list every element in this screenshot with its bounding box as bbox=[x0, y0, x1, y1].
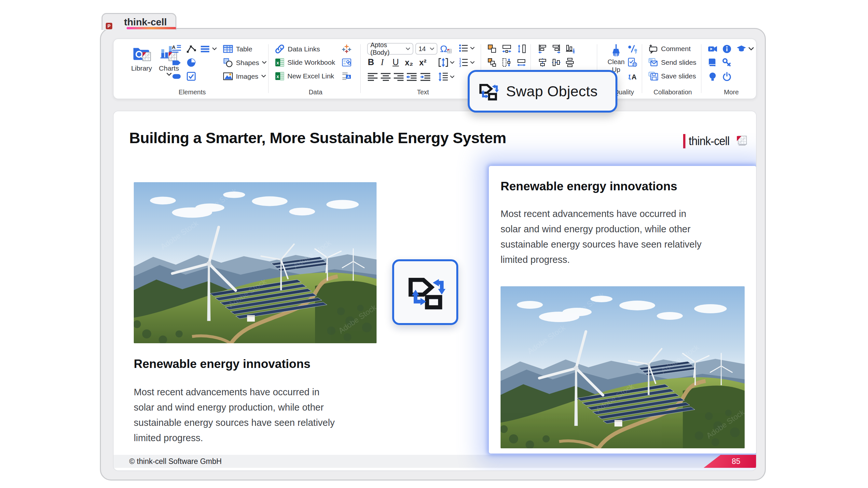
numbered-list-button[interactable]: 123 bbox=[458, 57, 474, 68]
superscript-button[interactable]: x² bbox=[419, 58, 426, 67]
ribbon-group-more: More bbox=[707, 43, 756, 97]
lines-menu-button[interactable] bbox=[200, 44, 217, 54]
align-center-button[interactable] bbox=[380, 72, 391, 82]
freeform-pen-button[interactable] bbox=[186, 44, 196, 54]
text-fields-button[interactable]: A bbox=[342, 71, 351, 81]
decrease-indent-button[interactable] bbox=[406, 72, 417, 82]
right-energy-image[interactable] bbox=[501, 286, 745, 448]
align-objects-left-button[interactable] bbox=[538, 44, 548, 54]
table-icon bbox=[223, 44, 233, 54]
checkbox-button[interactable] bbox=[186, 71, 196, 82]
left-energy-image[interactable] bbox=[134, 182, 377, 343]
same-height-button[interactable] bbox=[517, 44, 526, 54]
bullet-list-button[interactable] bbox=[458, 43, 474, 53]
align-objects-center-button[interactable] bbox=[538, 58, 548, 67]
text-frame-spacing-button[interactable] bbox=[438, 57, 454, 68]
tableau-links-button[interactable] bbox=[342, 44, 351, 54]
rounded-rect-button[interactable] bbox=[172, 71, 182, 82]
shapes-icon bbox=[223, 58, 233, 68]
shapes-button[interactable]: Shapes bbox=[223, 58, 267, 68]
images-button[interactable]: Images bbox=[223, 71, 266, 82]
images-chevron-icon bbox=[261, 75, 266, 78]
slide-title[interactable]: Building a Smarter, More Sustainable Ene… bbox=[129, 129, 506, 147]
data-links-button[interactable]: Data Links bbox=[275, 44, 320, 54]
shapes-chevron-icon bbox=[262, 61, 267, 64]
thinkcell-tab[interactable]: P think-cell bbox=[101, 13, 177, 30]
left-body[interactable]: Most recent advancements have occurred i… bbox=[134, 385, 335, 446]
tips-button[interactable] bbox=[708, 72, 718, 82]
align-left-button[interactable] bbox=[367, 72, 378, 82]
left-heading[interactable]: Renewable energy innovations bbox=[134, 357, 310, 371]
new-excel-link-button[interactable]: x New Excel Link bbox=[275, 71, 334, 81]
logo-page-icon bbox=[736, 135, 749, 147]
library-button[interactable]: Library bbox=[129, 43, 155, 72]
subscript-button[interactable]: x₂ bbox=[405, 58, 413, 67]
text-group-label: Text bbox=[365, 89, 481, 96]
group-divider bbox=[642, 44, 642, 93]
line-spacing-button[interactable] bbox=[438, 72, 454, 82]
more-chevron-icon[interactable] bbox=[749, 47, 754, 51]
selected-content-card[interactable]: Renewable energy innovations Most recent… bbox=[489, 166, 756, 454]
save-slides-button[interactable]: Save slides bbox=[648, 71, 696, 81]
table-button[interactable]: Table bbox=[223, 44, 252, 54]
swap-and-size-button[interactable] bbox=[487, 58, 497, 67]
svg-text:A: A bbox=[172, 44, 176, 50]
linked-fields-button[interactable] bbox=[342, 58, 351, 67]
slide-workbook-button[interactable]: x Slide Workbook bbox=[275, 58, 335, 67]
distribute-objects-button[interactable] bbox=[565, 58, 575, 67]
comment-icon bbox=[648, 44, 658, 54]
powerpoint-icon: P bbox=[107, 15, 120, 29]
numlist-chevron-icon bbox=[470, 61, 474, 64]
swap-objects-floating-button[interactable] bbox=[392, 259, 458, 325]
comment-button[interactable]: Comment bbox=[648, 44, 691, 54]
right-body[interactable]: Most recent advancements have occurred i… bbox=[501, 206, 701, 267]
elements-group-label: Elements bbox=[116, 89, 268, 96]
proofing-globe-button[interactable] bbox=[627, 58, 638, 68]
italic-button[interactable]: I bbox=[381, 57, 384, 67]
spacing-chevron-icon bbox=[450, 61, 454, 64]
harvey-ball-button[interactable] bbox=[186, 58, 196, 68]
align-objects-middle-button[interactable] bbox=[551, 58, 561, 67]
collaboration-group-label: Collaboration bbox=[648, 89, 697, 96]
same-width-button[interactable] bbox=[502, 44, 512, 54]
lines-chevron-icon bbox=[212, 47, 217, 51]
align-right-button[interactable] bbox=[393, 72, 404, 82]
video-tutorials-button[interactable] bbox=[708, 44, 718, 54]
svg-text:3: 3 bbox=[459, 64, 461, 68]
send-slides-button[interactable]: Send slides bbox=[648, 58, 696, 67]
tag-shape-button[interactable] bbox=[172, 58, 182, 68]
size-chevron-icon bbox=[430, 47, 434, 51]
right-heading[interactable]: Renewable energy innovations bbox=[501, 180, 677, 193]
bullet-list-icon bbox=[458, 43, 469, 53]
translate-button[interactable]: A bbox=[627, 72, 638, 82]
info-button[interactable] bbox=[722, 44, 732, 54]
text-box-button[interactable]: A bbox=[172, 44, 182, 54]
font-name-select[interactable]: Aptos (Body) bbox=[367, 43, 413, 55]
slide-footer: © think-cell Software GmbH bbox=[114, 455, 756, 468]
deactivate-button[interactable] bbox=[722, 72, 732, 82]
align-objects-bottom-button[interactable] bbox=[565, 44, 575, 54]
send-slides-icon bbox=[648, 58, 658, 67]
special-character-button[interactable]: Ω bbox=[440, 43, 452, 55]
increase-indent-button[interactable] bbox=[420, 72, 431, 82]
swap-objects-callout[interactable]: Swap Objects bbox=[468, 70, 617, 112]
logo-text: think-cell bbox=[689, 134, 730, 148]
training-button[interactable] bbox=[736, 44, 747, 54]
ribbon-group-text: Aptos (Body) 14 Ω B I U x₂ x² 123 bbox=[365, 43, 481, 97]
decimal-check-button[interactable] bbox=[627, 44, 638, 54]
bold-button[interactable]: B bbox=[368, 57, 374, 67]
user-manual-button[interactable] bbox=[708, 58, 718, 68]
box-link-icon bbox=[342, 58, 351, 67]
license-key-button[interactable] bbox=[722, 58, 732, 68]
excel-icon: x bbox=[275, 58, 284, 67]
align-objects-right-button[interactable] bbox=[551, 44, 561, 54]
clean-up-button[interactable]: Clean Up bbox=[606, 43, 626, 73]
swap-objects-ribbon-button[interactable] bbox=[487, 44, 497, 54]
stretch-vertical-button[interactable] bbox=[502, 58, 512, 67]
font-size-select[interactable]: 14 bbox=[415, 43, 437, 55]
line-spacing-icon bbox=[438, 72, 448, 82]
underline-button[interactable]: U bbox=[393, 57, 399, 67]
group-divider bbox=[360, 44, 361, 93]
stretch-horizontal-button[interactable] bbox=[517, 58, 526, 67]
swap-objects-icon bbox=[405, 272, 446, 313]
